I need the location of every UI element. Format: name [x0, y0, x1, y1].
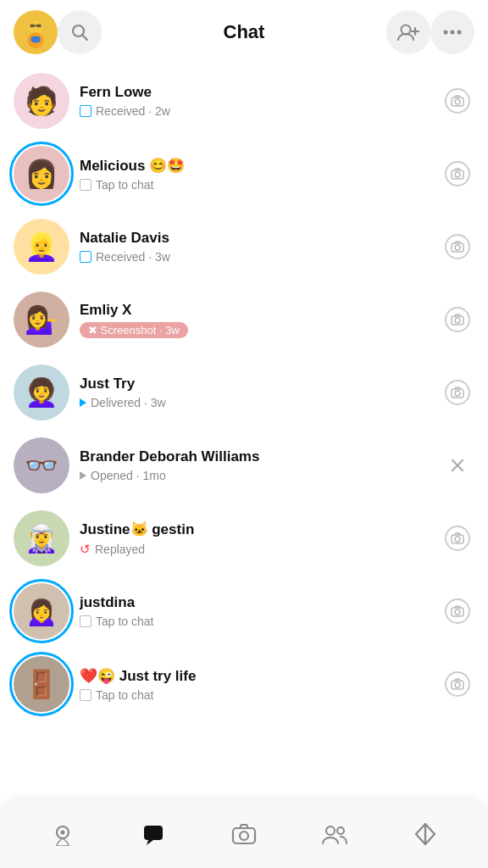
chat-info-just-try: Just TryDelivered · 3w: [69, 376, 441, 409]
chat-item-just-try[interactable]: 👩‍🦱Just TryDelivered · 3w: [0, 356, 488, 429]
svg-point-33: [60, 831, 64, 835]
camera-button-melicious[interactable]: [445, 161, 470, 186]
chat-item-justine-gestin[interactable]: 🧝‍♀️Justine🐱 gestin↺Replayed: [0, 502, 488, 575]
add-friend-button[interactable]: [386, 10, 430, 54]
svg-point-38: [326, 826, 335, 835]
chat-name-natalie-davis: Natalie Davis: [80, 230, 430, 247]
tap-icon: [80, 615, 92, 627]
chat-item-justdina[interactable]: 🙍‍♀️justdinaTap to chat: [0, 575, 488, 648]
avatar-melicious: 👩: [14, 146, 69, 202]
svg-rect-1: [30, 25, 35, 28]
chat-item-emily-x[interactable]: 💁‍♀️Emliy X✖ Screenshot · 3w: [0, 283, 488, 356]
avatar-brander-deborah: 👓: [14, 437, 69, 493]
svg-rect-34: [144, 826, 163, 840]
chat-sub-just-try: Delivered · 3w: [80, 396, 430, 409]
chat-item-just-try-life[interactable]: 🚪❤️😜 Just try lifeTap to chat: [0, 648, 488, 721]
svg-point-15: [455, 99, 460, 104]
tap-icon: [80, 179, 92, 191]
svg-point-31: [455, 682, 460, 687]
chat-name-just-try: Just Try: [80, 376, 430, 392]
svg-point-27: [455, 537, 460, 542]
chat-sub-natalie-davis: Received · 3w: [80, 250, 430, 264]
chat-name-fern-lowe: Fern Lowe: [80, 84, 430, 101]
camera-button-justdina[interactable]: [445, 598, 470, 624]
chat-info-fern-lowe: Fern LoweReceived · 2w: [69, 84, 441, 118]
svg-point-11: [444, 31, 448, 35]
svg-point-23: [455, 391, 460, 396]
camera-button-just-try-life[interactable]: [445, 671, 470, 697]
svg-point-21: [455, 318, 460, 323]
chat-sub-brander-deborah: Opened · 1mo: [80, 469, 430, 482]
camera-button-emily-x[interactable]: [445, 307, 470, 332]
chat-list: 🧑Fern LoweReceived · 2w 👩Melicious 😊🤩Tap…: [0, 64, 488, 721]
avatar-justdina: 🙍‍♀️: [14, 583, 69, 639]
header: Chat: [0, 0, 488, 64]
svg-point-29: [455, 609, 460, 615]
profile-avatar[interactable]: [14, 10, 58, 54]
avatar-just-try: 👩‍🦱: [14, 364, 69, 420]
chat-info-melicious: Melicious 😊🤩Tap to chat: [69, 157, 441, 192]
avatar-emily-x: 💁‍♀️: [14, 292, 69, 348]
page-title: Chat: [102, 21, 386, 43]
close-button-brander-deborah[interactable]: [441, 448, 474, 482]
chat-item-brander-deborah[interactable]: 👓Brander Deborah WilliamsOpened · 1mo: [0, 429, 488, 502]
chat-sub-just-try-life: Tap to chat: [80, 688, 430, 702]
svg-point-12: [451, 31, 455, 35]
chat-name-justine-gestin: Justine🐱 gestin: [80, 520, 430, 538]
avatar-justine-gestin: 🧝‍♀️: [14, 510, 69, 566]
chat-name-emily-x: Emliy X: [80, 302, 430, 319]
tap-icon: [80, 689, 92, 701]
chat-item-melicious[interactable]: 👩Melicious 😊🤩Tap to chat: [0, 137, 488, 210]
chat-info-justine-gestin: Justine🐱 gestin↺Replayed: [69, 520, 441, 557]
svg-rect-36: [233, 828, 255, 843]
chat-info-brander-deborah: Brander Deborah WilliamsOpened · 1mo: [69, 448, 441, 482]
svg-point-13: [458, 31, 462, 35]
camera-button-just-try[interactable]: [445, 380, 470, 405]
avatar-natalie-davis: 👱‍♀️: [14, 219, 69, 275]
avatar-just-try-life: 🚪: [14, 656, 69, 712]
replay-icon: ↺: [80, 542, 91, 557]
camera-button-natalie-davis[interactable]: [445, 234, 470, 259]
svg-point-37: [240, 832, 248, 840]
chat-info-justdina: justdinaTap to chat: [69, 594, 441, 628]
chat-info-just-try-life: ❤️😜 Just try lifeTap to chat: [69, 667, 441, 702]
chat-name-brander-deborah: Brander Deborah Williams: [80, 448, 430, 465]
svg-point-39: [337, 827, 344, 834]
svg-marker-35: [147, 840, 153, 845]
chat-sub-emily-x: ✖ Screenshot · 3w: [80, 322, 430, 338]
chat-name-melicious: Melicious 😊🤩: [80, 157, 430, 175]
chat-name-just-try-life: ❤️😜 Just try life: [80, 667, 430, 685]
nav-chat[interactable]: [130, 810, 177, 858]
avatar-fern-lowe: 🧑: [14, 73, 69, 129]
nav-map[interactable]: [39, 810, 86, 858]
camera-button-fern-lowe[interactable]: [445, 88, 470, 114]
opened-icon: [80, 471, 86, 480]
chat-sub-justdina: Tap to chat: [80, 615, 430, 628]
chat-item-fern-lowe[interactable]: 🧑Fern LoweReceived · 2w: [0, 64, 488, 137]
nav-camera[interactable]: [220, 810, 268, 858]
chat-item-natalie-davis[interactable]: 👱‍♀️Natalie DavisReceived · 3w: [0, 210, 488, 283]
nav-discover[interactable]: [402, 810, 449, 858]
svg-point-19: [455, 245, 460, 250]
delivered-icon: [80, 398, 86, 407]
svg-marker-41: [425, 824, 435, 844]
chat-sub-fern-lowe: Received · 2w: [80, 104, 430, 118]
svg-marker-40: [416, 824, 425, 844]
chat-info-emily-x: Emliy X✖ Screenshot · 3w: [69, 302, 441, 338]
svg-rect-2: [36, 25, 42, 28]
received-icon: [80, 105, 92, 117]
camera-button-justine-gestin[interactable]: [445, 526, 470, 551]
bottom-nav: [0, 800, 488, 868]
nav-friends[interactable]: [311, 810, 358, 858]
svg-point-17: [455, 172, 460, 177]
chat-sub-melicious: Tap to chat: [80, 178, 430, 192]
svg-rect-5: [30, 36, 40, 43]
screenshot-badge: ✖ Screenshot · 3w: [80, 322, 188, 338]
svg-line-7: [83, 36, 88, 41]
more-button[interactable]: [430, 10, 474, 54]
received-icon: [80, 251, 92, 263]
chat-info-natalie-davis: Natalie DavisReceived · 3w: [69, 230, 441, 264]
chat-sub-justine-gestin: ↺Replayed: [80, 542, 430, 557]
svg-point-8: [402, 25, 411, 35]
search-button[interactable]: [58, 10, 102, 54]
